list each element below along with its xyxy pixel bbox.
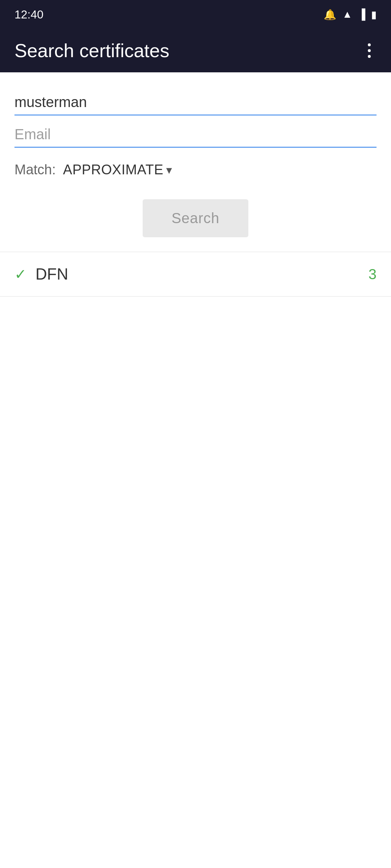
signal-icon: ▐	[358, 9, 365, 20]
status-icons: 🔔 ▲ ▐ ▮	[324, 9, 377, 21]
result-list: ✓ DFN 3	[0, 252, 391, 297]
chevron-down-icon: ▾	[166, 163, 172, 177]
notification-icon: 🔔	[324, 9, 336, 21]
search-button[interactable]: Search	[143, 199, 249, 237]
username-input[interactable]	[14, 87, 377, 115]
content-area: Match: APPROXIMATE ▾ Search	[0, 72, 391, 252]
app-bar: Search certificates	[0, 29, 391, 72]
status-bar: 12:40 🔔 ▲ ▐ ▮	[0, 0, 391, 29]
check-icon: ✓	[14, 267, 27, 281]
match-row: Match: APPROXIMATE ▾	[14, 151, 377, 188]
result-name: DFN	[35, 265, 68, 283]
username-field-group	[14, 87, 377, 115]
result-count: 3	[369, 266, 377, 282]
result-item[interactable]: ✓ DFN 3	[0, 252, 391, 297]
match-value: APPROXIMATE	[63, 162, 163, 178]
wifi-icon: ▲	[342, 9, 352, 20]
search-button-container: Search	[14, 188, 377, 252]
email-field-group	[14, 119, 377, 148]
status-time: 12:40	[14, 8, 43, 21]
match-label: Match:	[14, 162, 56, 178]
match-dropdown[interactable]: APPROXIMATE ▾	[63, 162, 172, 178]
page-title: Search certificates	[14, 40, 169, 61]
result-item-left: ✓ DFN	[14, 265, 68, 283]
more-options-icon	[368, 43, 371, 58]
more-options-button[interactable]	[362, 38, 377, 64]
email-input[interactable]	[14, 119, 377, 148]
battery-icon: ▮	[371, 9, 377, 21]
